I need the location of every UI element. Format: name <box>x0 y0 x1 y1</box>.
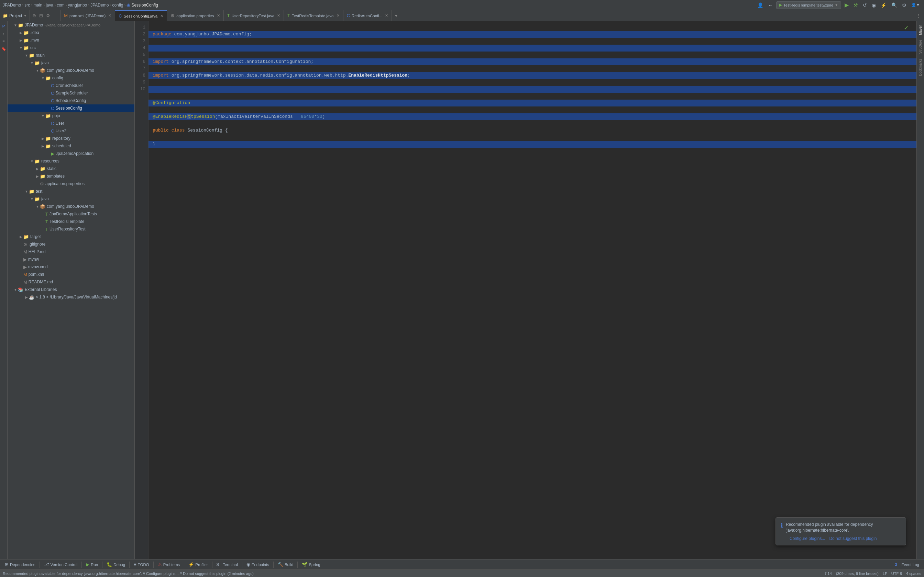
profile-run-button[interactable]: ⚡ <box>879 2 888 8</box>
user-menu-button[interactable]: 👤▼ <box>910 2 921 8</box>
tree-user[interactable]: C User <box>8 119 134 127</box>
tab-overflow-button[interactable]: ▼ <box>392 10 400 21</box>
tree-cronscheduler[interactable]: C CronScheduler <box>8 82 134 89</box>
dont-suggest-link[interactable]: Do not suggest this plugin <box>829 536 877 541</box>
maven-panel-toggle[interactable]: Maven <box>918 23 923 37</box>
tree-extlibs[interactable]: ▼ 📚 External Libraries <box>8 286 134 293</box>
bookmarks-icon[interactable]: 🔖 <box>0 45 7 52</box>
build-tool-button[interactable]: 🔨 Build <box>275 561 296 568</box>
tree-target[interactable]: ▶ 📁 target <box>8 233 134 240</box>
tree-com-pkg[interactable]: ▼ 📦 com.yangjunbo.JPADemo <box>8 67 134 74</box>
collapse-all-button[interactable]: ⊟ <box>38 13 44 19</box>
tree-idea[interactable]: ▶ 📁 .idea <box>8 29 134 36</box>
configure-plugins-link[interactable]: Configure plugins... <box>790 536 825 541</box>
tab-userrepositorytest[interactable]: T UserRepositoryTest.java ✕ <box>224 10 284 21</box>
project-panel-toggle[interactable]: 📁 Project ▼ <box>0 10 30 21</box>
tree-mvnwcmd[interactable]: ▶ mvnw.cmd <box>8 263 134 271</box>
tab-sessionconfig[interactable]: C SessionConfig.java ✕ <box>115 10 167 21</box>
tree-main[interactable]: ▼ 📁 main <box>8 52 134 59</box>
rerun-button[interactable]: ↺ <box>861 2 868 8</box>
run-tool-button[interactable]: ▶ Run <box>83 561 101 568</box>
tree-templates[interactable]: ▶ 📁 templates <box>8 172 134 180</box>
bookmarks-panel-toggle[interactable]: Bookmarks <box>918 56 923 78</box>
tree-userrepositorytest[interactable]: T UserRepositoryTest <box>8 225 134 233</box>
tree-jpademoapplication[interactable]: ▶ JpaDemoApplication <box>8 150 134 157</box>
panel-settings-button[interactable]: ⚙ <box>45 13 51 19</box>
bc-yangjunbo[interactable]: yangjunbo <box>68 3 87 8</box>
bc-project[interactable]: JPADemo <box>3 3 21 8</box>
bc-src[interactable]: src <box>24 3 30 8</box>
version-control-button[interactable]: ⎇ Version Control <box>41 561 81 568</box>
tree-mvnw[interactable]: ▶ mvnw <box>8 256 134 263</box>
code-editor[interactable]: 1 2 3 4 5 6 7 8 9 10 package com.yangjun… <box>135 21 916 559</box>
bc-sessionconfig[interactable]: SessionConfig <box>131 3 158 8</box>
bc-com[interactable]: com <box>57 3 65 8</box>
tab-testredistemplate[interactable]: T TestRedisTemplate.java ✕ <box>284 10 343 21</box>
event-log-button[interactable]: Event Log <box>898 562 922 567</box>
tab-appproperties[interactable]: ⚙ application.properties ✕ <box>167 10 223 21</box>
tab-redisautoconfig-close[interactable]: ✕ <box>385 13 388 18</box>
commit-icon[interactable]: ↑ <box>0 30 7 37</box>
tree-pomxml[interactable]: M pom.xml <box>8 271 134 278</box>
editor-settings-button[interactable]: ⋮ <box>915 13 922 19</box>
tree-user2[interactable]: C User2 <box>8 127 134 135</box>
code-content[interactable]: package com.yangjunbo.JPADemo.config; im… <box>149 21 916 559</box>
profile-button[interactable]: 👤 <box>756 2 764 8</box>
cursor-position[interactable]: 7:14 <box>824 572 832 575</box>
dependencies-button[interactable]: ⊞ Dependencies <box>2 561 38 568</box>
spring-tool-button[interactable]: 🌱 Spring <box>299 561 323 568</box>
tree-sessionconfig[interactable]: C SessionConfig <box>8 105 134 112</box>
tab-testredistemplate-close[interactable]: ✕ <box>336 13 339 18</box>
endpoints-tool-button[interactable]: ◉ Endpoints <box>244 561 272 568</box>
todo-tool-button[interactable]: ≡ TODO <box>131 561 152 568</box>
profiler-tool-button[interactable]: ⚡ Profiler <box>186 561 210 568</box>
tree-config[interactable]: ▼ 📁 config <box>8 74 134 82</box>
tree-samplescheduler[interactable]: C SampleScheduler <box>8 89 134 97</box>
tree-src[interactable]: ▼ 📁 src <box>8 44 134 52</box>
tree-schedulerconfig[interactable]: C SchedulerConfig <box>8 97 134 105</box>
coverage-button[interactable]: ◉ <box>871 2 877 8</box>
tree-resources[interactable]: ▼ 📁 resources <box>8 157 134 165</box>
bc-jpademo[interactable]: JPADemo <box>90 3 108 8</box>
tree-repository[interactable]: ▶ 📁 repository <box>8 135 134 142</box>
run-button[interactable]: ▶ <box>843 1 850 9</box>
tree-gitignore[interactable]: ⊗ .gitignore <box>8 240 134 248</box>
line-ending[interactable]: LF <box>883 572 887 575</box>
tab-pomxml-close[interactable]: ✕ <box>108 13 111 18</box>
tree-mvn[interactable]: ▶ 📁 .mvn <box>8 36 134 44</box>
structure-panel-toggle[interactable]: Structure <box>918 38 923 56</box>
bc-java[interactable]: java <box>46 3 53 8</box>
tab-userrepositorytest-close[interactable]: ✕ <box>277 13 280 18</box>
vcs-back-button[interactable]: ← <box>767 2 774 8</box>
tree-jpademotests[interactable]: T JpaDemoApplicationTests <box>8 210 134 218</box>
build-button[interactable]: ⚒ <box>852 2 859 8</box>
tree-java[interactable]: ▼ 📁 java <box>8 59 134 67</box>
tab-appproperties-close[interactable]: ✕ <box>217 13 220 18</box>
settings-button[interactable]: ⚙ <box>901 2 908 8</box>
tab-sessionconfig-close[interactable]: ✕ <box>160 14 163 18</box>
bc-config[interactable]: config <box>112 3 123 8</box>
project-sidebar-icon[interactable]: P <box>0 23 7 29</box>
locate-file-button[interactable]: ⊕ <box>31 13 37 19</box>
debug-tool-button[interactable]: 🐛 Debug <box>104 561 128 568</box>
tree-root-jpademo[interactable]: ▼ 📁 JPADemo ~/kaifa/IdeaWorkspace/JPADem… <box>8 21 134 29</box>
tree-pojo[interactable]: ▼ 📁 pojo <box>8 112 134 119</box>
tab-pomxml[interactable]: M pom.xml (JPADemo) ✕ <box>60 10 115 21</box>
problems-tool-button[interactable]: ⚠ Problems <box>155 561 183 568</box>
tree-java-test[interactable]: ▼ 📁 java <box>8 195 134 203</box>
tree-testredis[interactable]: T TestRedisTemplate <box>8 218 134 225</box>
encoding[interactable]: UTF-8 <box>891 572 902 575</box>
tree-help[interactable]: M HELP.md <box>8 248 134 256</box>
tree-test[interactable]: ▼ 📁 test <box>8 187 134 195</box>
panel-close-button[interactable]: — <box>52 13 59 19</box>
tree-static[interactable]: ▶ 📁 static <box>8 165 134 172</box>
tree-jdk[interactable]: ▶ ☕ < 1.8 > /Library/Java/JavaVirtualMac… <box>8 293 134 301</box>
indent-settings[interactable]: 4 spaces <box>906 572 921 575</box>
search-button[interactable]: 🔍 <box>890 2 898 8</box>
bc-main[interactable]: main <box>33 3 42 8</box>
tree-readme[interactable]: M README.md <box>8 278 134 286</box>
structure-icon[interactable]: ≡ <box>0 38 7 45</box>
tree-appprops[interactable]: ⚙ application.properties <box>8 180 134 187</box>
run-config-select[interactable]: ▶ TestRedisTemplate.testExpire ▼ <box>776 2 841 9</box>
tab-redisautoconfig[interactable]: C RedisAutoConfi... ✕ <box>343 10 392 21</box>
